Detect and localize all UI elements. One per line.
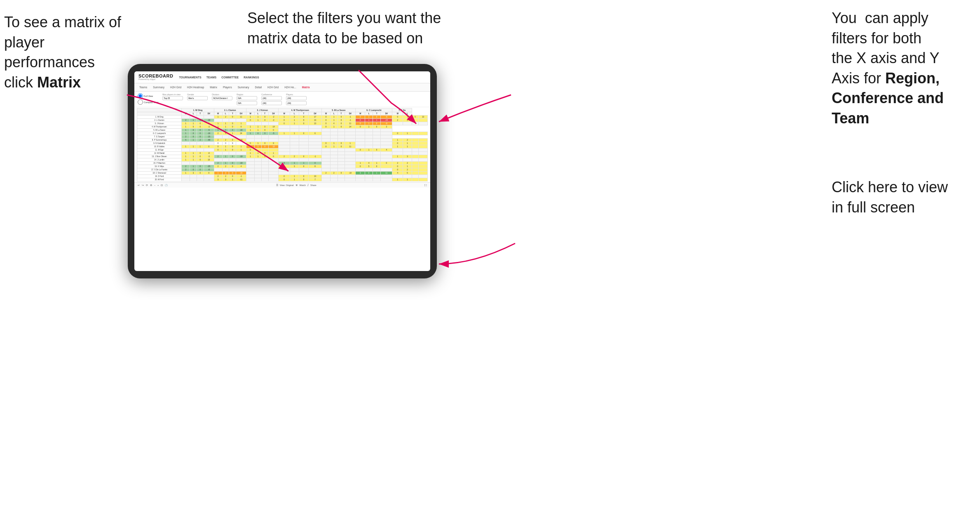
matrix-table: 1. W Ding 2. L Clanton 3. J Koivun 4. M …: [137, 108, 428, 182]
cell-dif: [308, 142, 321, 145]
table-row: 13. J Skov Olesen110-3210-191100220-113: [137, 155, 428, 158]
share-label[interactable]: Share: [310, 184, 317, 186]
row-name-cell: 19. D Ford: [137, 175, 182, 178]
table-row: 6. C Lamprecht100-1624124100-5110601: [137, 132, 428, 135]
cell-t: [261, 172, 268, 175]
clock-icon[interactable]: 🕐: [165, 184, 168, 186]
cell-l: [222, 152, 229, 155]
tab-summary2[interactable]: Summary: [236, 85, 251, 90]
nav-rankings[interactable]: RANKINGS: [244, 75, 259, 80]
cell-w: 1: [392, 145, 403, 148]
cell-t: [299, 125, 309, 129]
conference-select-x[interactable]: (All): [261, 96, 282, 100]
cell-t: [338, 129, 345, 132]
tab-summary[interactable]: Summary: [151, 85, 166, 90]
tab-teams[interactable]: Teams: [138, 85, 149, 90]
tab-h2h-heatmap[interactable]: H2H Heatmap: [185, 85, 206, 90]
tab-detail[interactable]: Detail: [253, 85, 263, 90]
cell-w: 2: [392, 162, 403, 165]
cell-l: 1: [290, 162, 299, 165]
players-select-y[interactable]: (All): [286, 101, 307, 105]
cell-w: [214, 119, 222, 122]
compact-view-radio[interactable]: [138, 99, 143, 105]
table-row: 3. J Koivun110211010101304011010-6: [137, 122, 428, 125]
cell-w: 0: [392, 116, 403, 119]
zoom-in-icon[interactable]: +: [157, 184, 159, 186]
watch-label[interactable]: Watch: [300, 184, 306, 186]
cell-w: 1: [392, 155, 403, 158]
view-label-text[interactable]: View: Original: [280, 184, 294, 186]
nav-teams[interactable]: TEAMS: [206, 75, 217, 80]
fullscreen-icon[interactable]: ⛶: [424, 184, 427, 186]
redo-icon[interactable]: ↪: [142, 184, 144, 186]
compact-view-label[interactable]: Compact View: [138, 99, 158, 105]
full-view-label[interactable]: Full View: [138, 93, 158, 99]
cell-t: [412, 158, 418, 162]
cell-dif: 0: [308, 162, 321, 165]
cell-w: 2: [214, 165, 222, 168]
tab-h2h-grid[interactable]: H2H Grid: [169, 85, 183, 90]
cell-dif: [419, 178, 428, 182]
conference-select-y[interactable]: (All): [261, 101, 282, 105]
zoom-out-icon[interactable]: −: [154, 184, 155, 186]
division-select[interactable]: NCAA Division I: [212, 96, 232, 100]
cell-dif: [345, 168, 356, 172]
tablet-device: SCOREBOARD Powered by clippd TOURNAMENTS…: [128, 64, 437, 278]
full-view-radio[interactable]: [138, 93, 143, 99]
cell-dif: [345, 162, 356, 165]
undo-icon[interactable]: ↩: [138, 184, 140, 186]
cell-t: [338, 148, 345, 152]
cell-t: 0: [261, 152, 268, 155]
gender-select[interactable]: Men's: [187, 96, 208, 100]
cell-t: [261, 158, 268, 162]
cell-l: 2: [403, 168, 412, 172]
cell-l: [290, 142, 299, 145]
cell-w: [322, 148, 331, 152]
cell-l: [255, 178, 262, 182]
fit-icon[interactable]: ⊡: [161, 184, 163, 186]
cell-dif: [204, 116, 214, 119]
cell-t: [412, 152, 418, 155]
sub-w-5: W: [322, 112, 331, 116]
sub-t-1: T: [197, 112, 204, 116]
players-select-x[interactable]: (All): [286, 96, 307, 100]
nav-tournaments[interactable]: TOURNAMENTS: [179, 75, 201, 80]
nav-committee[interactable]: COMMITTEE: [221, 75, 239, 80]
cell-l: 2: [403, 139, 412, 142]
cell-l: 0: [190, 132, 197, 135]
region-select-x[interactable]: N/A: [237, 96, 257, 100]
cell-w: [356, 152, 365, 155]
row-name-cell: 11. M Ege: [137, 148, 182, 152]
cell-l: [365, 152, 373, 155]
filter-max-players: Max players in view Top 25: [162, 93, 183, 100]
cell-l: 2: [290, 116, 299, 119]
share-icon[interactable]: ⤴: [307, 184, 309, 186]
filter-gender: Gender Men's: [187, 93, 208, 100]
settings-icon[interactable]: ⚙: [150, 184, 152, 186]
cell-w: 0: [246, 119, 255, 122]
cell-w: 1: [182, 132, 190, 135]
refresh-icon[interactable]: ⟳: [146, 184, 148, 186]
tab-matrix[interactable]: Matrix: [208, 85, 219, 90]
cell-t: 0: [197, 168, 204, 172]
col-header-4: 4. M Thorbjornsen: [279, 108, 322, 112]
cell-t: 0: [261, 132, 268, 135]
region-select-y[interactable]: N/A: [237, 101, 257, 105]
cell-w: [356, 145, 365, 148]
watch-icon[interactable]: 👁: [295, 184, 298, 186]
row-name-cell: 3. J Koivun: [137, 122, 182, 125]
cell-l: 1: [331, 119, 338, 122]
row-name-cell: 7. G Sargent: [137, 135, 182, 139]
tab-players[interactable]: Players: [221, 85, 234, 90]
cell-w: [392, 148, 403, 152]
cell-w: 0: [356, 119, 365, 122]
tab-h2h-grid2[interactable]: H2H Grid: [266, 85, 280, 90]
tab-h2h-he[interactable]: H2H He...: [283, 85, 298, 90]
cell-dif: [419, 142, 428, 145]
cell-dif: -14: [268, 125, 279, 129]
cell-l: 1: [290, 122, 299, 125]
tab-matrix-active[interactable]: Matrix: [300, 85, 312, 90]
cell-t: 0: [299, 178, 309, 182]
max-players-select[interactable]: Top 25: [162, 96, 183, 100]
cell-l: 3: [222, 178, 229, 182]
